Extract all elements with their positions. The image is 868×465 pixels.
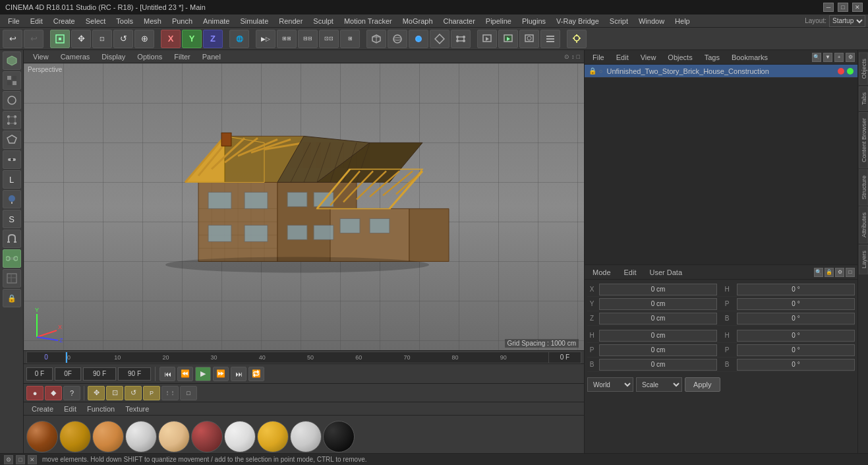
attr-tab-user-data[interactable]: User Data [645,267,688,278]
view3-btn[interactable]: ⊟⊟ [298,30,318,48]
transform-btn[interactable]: ⊕ [134,30,154,48]
render-settings-btn[interactable] [519,30,539,48]
right-tab-layers[interactable]: Layers [859,245,868,274]
uvw-btn[interactable] [3,131,21,149]
paint-btn[interactable] [409,30,428,48]
world-space-btn[interactable]: 🌐 [229,30,249,48]
obj-tab-edit[interactable]: Edit [611,52,634,63]
mat-tab-edit[interactable]: Edit [60,404,80,414]
viewport-tab-view[interactable]: View [28,52,54,61]
smooth-btn[interactable]: S [3,210,21,228]
menu-mograph[interactable]: MoGraph [397,16,438,26]
obj-visibility-dot-1[interactable] [838,68,844,75]
current-frame-field[interactable] [26,367,53,381]
menu-character[interactable]: Character [438,16,480,26]
menu-motion-tracker[interactable]: Motion Tracker [339,16,397,26]
lock-btn[interactable]: 🔒 [3,289,21,307]
scale-dropdown[interactable]: Scale [636,377,682,392]
cube-tool-btn[interactable] [3,51,21,70]
status-icon-1[interactable]: ⚙ [4,455,13,464]
play-btn[interactable]: ▶ [195,367,211,381]
status-icon-3[interactable]: ✕ [28,455,37,464]
obj-tab-bookmarks[interactable]: Bookmarks [726,52,773,63]
layout-dropdown[interactable]: Startup [829,15,865,27]
viewport-ctrl1[interactable]: ⊙ [564,53,569,60]
polygon-tool-btn[interactable] [3,91,21,109]
obj-settings-btn[interactable]: ⚙ [846,53,855,62]
3d-viewport[interactable]: Perspective [24,63,584,350]
frame-field-4[interactable] [118,367,151,381]
maximize-button[interactable]: □ [838,3,848,12]
snap-btn[interactable] [3,150,21,169]
rotate-btn[interactable]: ↺ [113,30,133,48]
obj-tab-view[interactable]: View [635,52,662,63]
undo-btn[interactable]: ↩ [3,30,22,48]
attr-settings-btn[interactable]: ⚙ [835,268,844,277]
viewport-tab-filter[interactable]: Filter [169,52,195,61]
pos-anim-btn[interactable]: P [143,386,160,400]
menu-select[interactable]: Select [80,16,111,26]
status-icon-2[interactable]: □ [16,455,25,464]
right-tab-structure[interactable]: Structure [859,170,868,206]
minimize-button[interactable]: ─ [823,3,834,12]
record-key-btn[interactable]: ◆ [45,386,62,400]
view5-btn[interactable]: ⊞ [340,30,360,48]
render-queue-btn[interactable] [540,30,560,48]
move-anim-btn[interactable]: ✥ [88,386,105,400]
attr-x-pos[interactable] [599,284,717,295]
light-btn[interactable] [567,30,587,48]
menu-sculpt[interactable]: Sculpt [308,16,339,26]
viewport-ctrl3[interactable]: □ [577,53,580,60]
attr-p-rot[interactable] [737,344,855,356]
help-btn[interactable]: ? [63,386,80,400]
cube-mode-btn[interactable] [366,30,386,48]
max-frame-field[interactable] [83,367,116,381]
redo-btn[interactable]: ↩ [24,30,43,48]
obj-tab-objects[interactable]: Objects [662,52,697,63]
attr-expand-btn[interactable]: □ [846,268,855,277]
obj-tab-tags[interactable]: Tags [699,52,725,63]
go-start-btn[interactable]: ⏮ [159,367,175,381]
obj-search-btn[interactable]: 🔍 [812,53,821,62]
attr-h-rot[interactable] [737,330,855,342]
attr-z-pos[interactable] [599,313,717,325]
menu-file[interactable]: File [3,16,25,26]
close-button[interactable]: ✕ [852,3,863,12]
z-axis-btn[interactable]: Z [203,30,223,48]
right-tab-objects[interactable]: Objects [859,53,868,85]
record-btn[interactable]: ● [26,386,43,400]
attr-tab-edit[interactable]: Edit [619,267,642,278]
go-end-btn[interactable]: ⏭ [231,367,246,381]
camera-anim-btn[interactable]: □ [180,386,197,400]
menu-plugins[interactable]: Plugins [517,16,551,26]
right-tab-attributes[interactable]: Attributes [859,206,868,243]
attr-tab-mode[interactable]: Mode [587,267,616,278]
next-frame-btn[interactable]: ⏩ [213,367,229,381]
timeline-ruler[interactable]: 0 10 20 30 40 50 60 70 80 90 [66,352,548,363]
knife-btn[interactable]: L [3,170,21,189]
attr-x-rot[interactable] [737,284,855,295]
world-dropdown[interactable]: World [587,377,633,392]
grid-anim-btn[interactable]: ⋮⋮ [161,386,179,400]
move-btn[interactable]: ✥ [71,30,91,48]
rotate-anim-btn[interactable]: ↺ [125,386,142,400]
paint2-btn[interactable] [3,190,21,208]
scale-anim-btn[interactable]: ⊡ [106,386,123,400]
menu-simulate[interactable]: Simulate [235,16,274,26]
menu-render[interactable]: Render [274,16,308,26]
viewport-tab-cameras[interactable]: Cameras [55,52,96,61]
viewport-tab-display[interactable]: Display [96,52,130,61]
render-btn[interactable] [498,30,518,48]
menu-help[interactable]: Help [670,16,695,26]
checker-btn[interactable] [3,71,21,90]
viewport-ctrl2[interactable]: ↕ [571,53,575,60]
attr-lock-btn[interactable]: 🔒 [825,268,834,277]
attr-z-rot[interactable] [737,313,855,325]
obj-filter-btn[interactable]: ▼ [823,53,832,62]
attr-h-val[interactable] [599,330,717,342]
obj-tab-file[interactable]: File [587,52,610,63]
obj-visibility-dot-2[interactable] [847,68,854,75]
view4-btn[interactable]: ⊡⊡ [319,30,339,48]
polygon-btn[interactable] [451,30,471,48]
attr-b-val[interactable] [599,359,717,371]
